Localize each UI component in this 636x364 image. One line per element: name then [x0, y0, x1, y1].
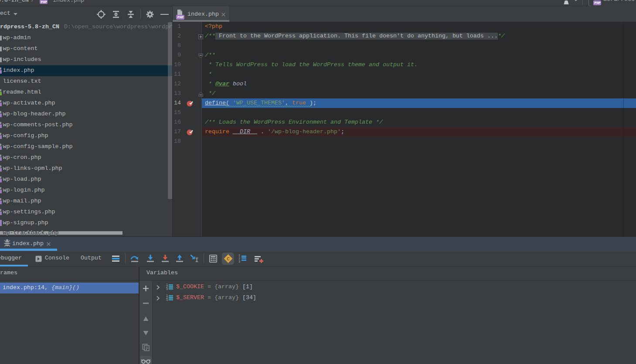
svg-text:C: C: [227, 256, 230, 262]
